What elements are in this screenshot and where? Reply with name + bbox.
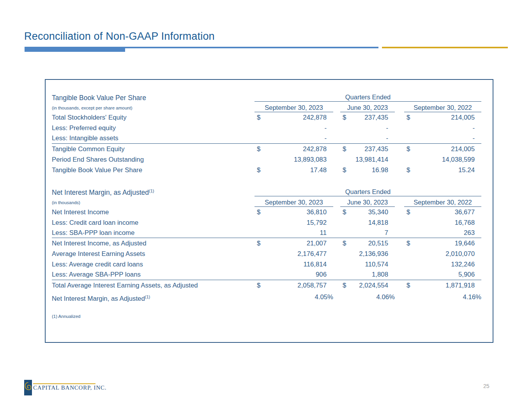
row-label: Less: Average SBA-PPP loans bbox=[52, 270, 255, 280]
currency-symbol: $ bbox=[257, 165, 260, 175]
cell-value: 36,677 bbox=[455, 207, 481, 217]
cell-value: 2,136,936 bbox=[359, 249, 395, 259]
row-label: Less: Credit card loan income bbox=[52, 217, 255, 228]
company-logo: CAPITAL BANCORP, INC. bbox=[24, 380, 106, 395]
column-header: June 30, 2023 bbox=[340, 104, 395, 112]
section-title: Net Interest Margin, as Adjusted(1) bbox=[52, 187, 255, 196]
cell-value: 2,010,070 bbox=[445, 249, 481, 259]
value-cell: 7 bbox=[340, 228, 395, 238]
cell-value: 214,005 bbox=[451, 144, 481, 154]
cell-value: 19,646 bbox=[455, 238, 481, 249]
table-row: Less: SBA-PPP loan income117263 bbox=[52, 228, 481, 238]
currency-symbol: $ bbox=[257, 238, 260, 249]
logo-gold-rule bbox=[33, 383, 95, 384]
value-cell: 110,574 bbox=[340, 259, 395, 270]
cell-value: - bbox=[386, 133, 395, 143]
table-row: Average Interest Earning Assets2,176,477… bbox=[52, 249, 481, 259]
cell-value: 7 bbox=[385, 228, 395, 238]
cell-value: 2,024,554 bbox=[359, 280, 395, 291]
cell-value: - bbox=[324, 133, 333, 143]
cell-value: 16,768 bbox=[455, 217, 481, 228]
value-cell: $242,878 bbox=[255, 112, 333, 123]
table-subtitle: (in thousands) bbox=[52, 200, 255, 207]
title-rule-gold bbox=[382, 47, 508, 48]
section-title: Tangible Book Value Per Share bbox=[52, 92, 255, 102]
table-subtitle: (in thousands, except per share amount) bbox=[52, 105, 255, 112]
column-header: September 30, 2023 bbox=[255, 199, 333, 207]
column-group-header: Quarters Ended bbox=[255, 93, 481, 102]
cell-value: 263 bbox=[464, 228, 481, 238]
value-cell: 15,792 bbox=[255, 217, 333, 228]
row-label: Period End Shares Outstanding bbox=[52, 154, 255, 165]
value-cell: 2,010,070 bbox=[404, 249, 481, 259]
currency-symbol: $ bbox=[343, 112, 346, 123]
value-cell: $237,435 bbox=[340, 112, 395, 123]
cell-value: 14,038,599 bbox=[442, 154, 481, 165]
footnote: (1) Annualized bbox=[52, 314, 493, 319]
value-cell: 13,893,083 bbox=[255, 154, 333, 165]
row-label: Less: SBA-PPP loan income bbox=[52, 228, 255, 238]
table-row: Net Interest Income$36,810$35,340$36,677 bbox=[52, 207, 481, 217]
value-cell: 4.16% bbox=[404, 292, 481, 302]
cell-value: 20,515 bbox=[368, 238, 395, 249]
cell-value: 35,340 bbox=[368, 207, 395, 217]
title-rule-blue bbox=[125, 47, 378, 48]
value-cell: $242,878 bbox=[255, 144, 333, 154]
row-label: Less: Intangible assets bbox=[52, 133, 255, 143]
row-label: Total Average Interest Earning Assets, a… bbox=[52, 280, 255, 291]
currency-symbol: $ bbox=[343, 207, 346, 217]
value-cell: 4.06% bbox=[340, 292, 395, 302]
logo-spiral-icon bbox=[24, 380, 32, 395]
currency-symbol: $ bbox=[407, 280, 410, 291]
table-row: Less: Average credit card loans116,81411… bbox=[52, 259, 481, 270]
table-row: Period End Shares Outstanding13,893,0831… bbox=[52, 154, 481, 165]
currency-symbol: $ bbox=[257, 207, 260, 217]
cell-value: 16.98 bbox=[372, 165, 395, 175]
currency-symbol: $ bbox=[343, 165, 346, 175]
cell-value: 15,792 bbox=[307, 217, 333, 228]
value-cell: 4.05% bbox=[255, 292, 333, 302]
table-row: Total Average Interest Earning Assets, a… bbox=[52, 280, 481, 291]
value-cell: 2,136,936 bbox=[340, 249, 395, 259]
slide: Reconciliation of Non-GAAP Information T… bbox=[0, 0, 532, 411]
table-row: Total Stockholders' Equity$242,878$237,4… bbox=[52, 112, 481, 123]
table-row: Net Interest Income, as Adjusted$21,007$… bbox=[52, 238, 481, 249]
page-title: Reconciliation of Non-GAAP Information bbox=[24, 30, 215, 42]
value-cell: $36,810 bbox=[255, 207, 333, 217]
value-cell: - bbox=[340, 133, 395, 143]
value-cell: $214,005 bbox=[404, 144, 481, 154]
cell-value: 242,878 bbox=[303, 112, 333, 123]
section-spacer bbox=[52, 175, 493, 186]
value-cell: $36,677 bbox=[404, 207, 481, 217]
cell-value: 36,810 bbox=[307, 207, 333, 217]
value-cell: 11 bbox=[255, 228, 333, 238]
table-row: Tangible Common Equity$242,878$237,435$2… bbox=[52, 144, 481, 154]
cell-value: 4.16% bbox=[463, 292, 481, 302]
currency-symbol: $ bbox=[343, 280, 346, 291]
table-row: Less: Average SBA-PPP loans9061,8085,906 bbox=[52, 270, 481, 280]
value-cell: 906 bbox=[255, 270, 333, 280]
row-label: Less: Average credit card loans bbox=[52, 259, 255, 270]
value-cell: - bbox=[255, 133, 333, 143]
column-header: September 30, 2022 bbox=[404, 199, 481, 207]
value-cell: 132,246 bbox=[404, 259, 481, 270]
value-cell: $21,007 bbox=[255, 238, 333, 249]
value-cell: 14,818 bbox=[340, 217, 395, 228]
currency-symbol: $ bbox=[407, 207, 410, 217]
table-row: Less: Intangible assets--- bbox=[52, 133, 481, 144]
cell-value: 116,814 bbox=[304, 259, 333, 270]
row-label: Net Interest Income bbox=[52, 207, 255, 217]
value-cell: - bbox=[255, 123, 333, 133]
value-cell: $19,646 bbox=[404, 238, 481, 249]
value-cell: 263 bbox=[404, 228, 481, 238]
cell-value: 242,878 bbox=[303, 144, 333, 154]
value-cell: 1,808 bbox=[340, 270, 395, 280]
currency-symbol: $ bbox=[257, 144, 260, 154]
cell-value: - bbox=[324, 123, 333, 133]
cell-value: 4.05% bbox=[315, 292, 333, 302]
currency-symbol: $ bbox=[407, 112, 410, 123]
table-row: Less: Preferred equity--- bbox=[52, 123, 481, 133]
cell-value: 214,005 bbox=[451, 112, 481, 123]
currency-symbol: $ bbox=[257, 112, 260, 123]
column-header: September 30, 2023 bbox=[255, 104, 333, 112]
